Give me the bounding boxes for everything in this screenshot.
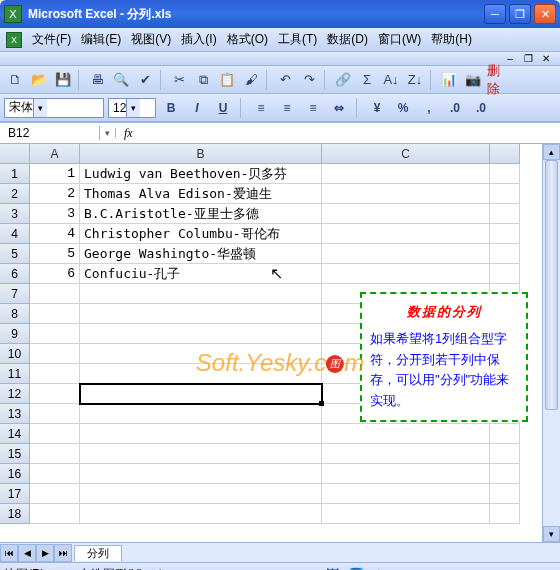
menu-tools[interactable]: 工具(T): [274, 29, 321, 50]
align-right-icon[interactable]: ≡: [302, 98, 324, 118]
cell-A8[interactable]: [30, 304, 80, 324]
row-header-16[interactable]: 16: [0, 464, 30, 484]
vertical-scrollbar[interactable]: ▴ ▾: [542, 144, 560, 542]
cell-B9[interactable]: [80, 324, 322, 344]
comma-icon[interactable]: ,: [418, 98, 440, 118]
scroll-down-icon[interactable]: ▾: [543, 526, 560, 542]
tab-prev-icon[interactable]: ◀: [18, 544, 36, 562]
hyperlink-icon[interactable]: 🔗: [332, 69, 354, 91]
cell-B16[interactable]: [80, 464, 322, 484]
menu-edit[interactable]: 编辑(E): [77, 29, 125, 50]
print-icon[interactable]: 🖶: [86, 69, 108, 91]
cell-C18[interactable]: [322, 504, 490, 524]
cell-C4[interactable]: [322, 224, 490, 244]
row-header-12[interactable]: 12: [0, 384, 30, 404]
cell-A9[interactable]: [30, 324, 80, 344]
cell-A11[interactable]: [30, 364, 80, 384]
menu-window[interactable]: 窗口(W): [374, 29, 425, 50]
underline-button[interactable]: U: [212, 98, 234, 118]
wordart-icon[interactable]: A: [273, 563, 295, 570]
row-header-8[interactable]: 8: [0, 304, 30, 324]
menu-view[interactable]: 视图(V): [127, 29, 175, 50]
col-header-B[interactable]: B: [80, 144, 322, 164]
cell-edge-15[interactable]: [490, 444, 520, 464]
format-painter-icon[interactable]: 🖌: [240, 69, 262, 91]
font-select[interactable]: 宋体▾: [4, 98, 104, 118]
cell-C16[interactable]: [322, 464, 490, 484]
cell-A2[interactable]: 2: [30, 184, 80, 204]
row-header-3[interactable]: 3: [0, 204, 30, 224]
italic-button[interactable]: I: [186, 98, 208, 118]
cell-edge-3[interactable]: [490, 204, 520, 224]
undo-icon[interactable]: ↶: [274, 69, 296, 91]
cell-B6[interactable]: Confuciu-孔子: [80, 264, 322, 284]
row-header-6[interactable]: 6: [0, 264, 30, 284]
currency-icon[interactable]: ¥: [366, 98, 388, 118]
fill-icon[interactable]: 🪣: [345, 563, 367, 570]
oval-icon[interactable]: ○: [225, 563, 247, 570]
align-center-icon[interactable]: ≡: [276, 98, 298, 118]
menu-file[interactable]: 文件(F): [28, 29, 75, 50]
child-close-button[interactable]: ✕: [540, 54, 552, 64]
cell-edge-6[interactable]: [490, 264, 520, 284]
cell-B3[interactable]: B.C.Aristotle-亚里士多德: [80, 204, 322, 224]
menu-format[interactable]: 格式(O): [223, 29, 272, 50]
decimal-inc-icon[interactable]: .0: [444, 98, 466, 118]
cell-B5[interactable]: George Washingto-华盛顿: [80, 244, 322, 264]
font-color-icon[interactable]: A: [393, 563, 415, 570]
cell-A15[interactable]: [30, 444, 80, 464]
redo-icon[interactable]: ↷: [298, 69, 320, 91]
cell-C5[interactable]: [322, 244, 490, 264]
camera-icon[interactable]: 📷: [462, 69, 484, 91]
select-all-corner[interactable]: [0, 144, 30, 164]
cell-edge-4[interactable]: [490, 224, 520, 244]
cell-A6[interactable]: 6: [30, 264, 80, 284]
col-header-edge[interactable]: [490, 144, 520, 164]
cell-A7[interactable]: [30, 284, 80, 304]
cell-C17[interactable]: [322, 484, 490, 504]
rect-icon[interactable]: ▭: [201, 563, 223, 570]
menu-data[interactable]: 数据(D): [323, 29, 372, 50]
sort-desc-icon[interactable]: Z↓: [404, 69, 426, 91]
line-icon[interactable]: ＼: [153, 563, 175, 570]
row-header-18[interactable]: 18: [0, 504, 30, 524]
row-header-1[interactable]: 1: [0, 164, 30, 184]
fx-label[interactable]: fx: [116, 126, 141, 141]
close-button[interactable]: ✕: [534, 4, 556, 24]
cell-edge-5[interactable]: [490, 244, 520, 264]
tab-next-icon[interactable]: ▶: [36, 544, 54, 562]
cut-icon[interactable]: ✂: [168, 69, 190, 91]
row-header-5[interactable]: 5: [0, 244, 30, 264]
menu-insert[interactable]: 插入(I): [177, 29, 220, 50]
row-header-14[interactable]: 14: [0, 424, 30, 444]
new-icon[interactable]: 🗋: [4, 69, 26, 91]
copy-icon[interactable]: ⧉: [192, 69, 214, 91]
sheet-tab-current[interactable]: 分列: [74, 545, 122, 561]
decimal-dec-icon[interactable]: .0: [470, 98, 492, 118]
minimize-button[interactable]: ─: [484, 4, 506, 24]
cell-C6[interactable]: [322, 264, 490, 284]
cell-C2[interactable]: [322, 184, 490, 204]
col-header-A[interactable]: A: [30, 144, 80, 164]
row-header-4[interactable]: 4: [0, 224, 30, 244]
clipart-icon[interactable]: 🖼: [321, 563, 343, 570]
cell-edge-2[interactable]: [490, 184, 520, 204]
sum-icon[interactable]: Σ: [356, 69, 378, 91]
cell-edge-1[interactable]: [490, 164, 520, 184]
cell-B11[interactable]: [80, 364, 322, 384]
cell-A17[interactable]: [30, 484, 80, 504]
cell-edge-17[interactable]: [490, 484, 520, 504]
cell-B1[interactable]: Ludwig van Beethoven-贝多芬: [80, 164, 322, 184]
child-restore-button[interactable]: ❐: [522, 54, 534, 64]
merge-icon[interactable]: ⇔: [328, 98, 350, 118]
cell-edge-14[interactable]: [490, 424, 520, 444]
tab-first-icon[interactable]: ⏮: [0, 544, 18, 562]
name-box-dropdown[interactable]: ▾: [100, 128, 116, 138]
cell-B10[interactable]: [80, 344, 322, 364]
cell-B8[interactable]: [80, 304, 322, 324]
row-header-10[interactable]: 10: [0, 344, 30, 364]
size-select[interactable]: 12▾: [108, 98, 156, 118]
delete-icon[interactable]: 删除: [486, 69, 508, 91]
cell-B7[interactable]: [80, 284, 322, 304]
percent-icon[interactable]: %: [392, 98, 414, 118]
